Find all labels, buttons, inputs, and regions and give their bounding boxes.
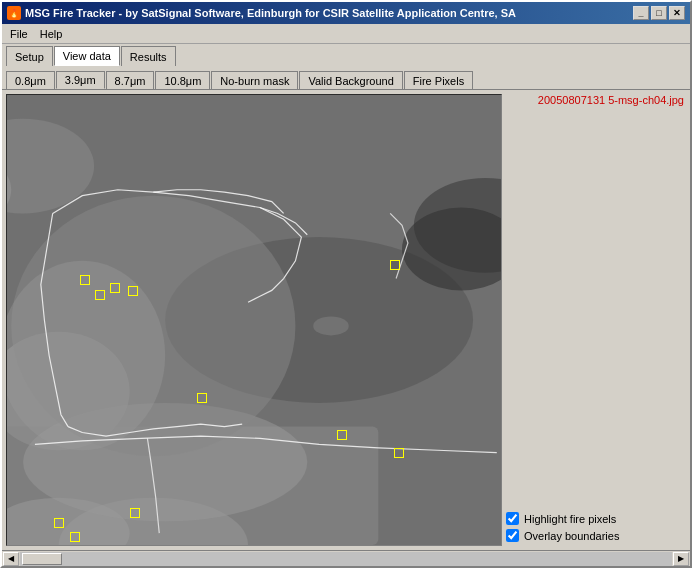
overlay-boundaries-label: Overlay boundaries <box>524 530 619 542</box>
menu-bar: File Help <box>2 24 690 44</box>
fire-marker-4 <box>128 286 138 296</box>
map-area <box>6 94 502 546</box>
scroll-track[interactable] <box>20 552 672 566</box>
fire-marker-6 <box>337 430 347 440</box>
tab-setup[interactable]: Setup <box>6 46 53 66</box>
subtab-valid-background[interactable]: Valid Background <box>299 71 402 89</box>
highlight-fire-checkbox[interactable] <box>506 512 519 525</box>
fire-marker-10 <box>130 508 140 518</box>
fire-marker-7 <box>394 448 404 458</box>
svg-point-11 <box>313 316 349 335</box>
side-panel: 20050807131 5-msg-ch04.jpg Highlight fir… <box>506 94 686 546</box>
window-title: MSG Fire Tracker - by SatSignal Software… <box>25 7 516 19</box>
fire-marker-1 <box>80 275 90 285</box>
fire-marker-2 <box>95 290 105 300</box>
close-button[interactable]: ✕ <box>669 6 685 20</box>
fire-marker-9 <box>70 532 80 542</box>
highlight-fire-label: Highlight fire pixels <box>524 513 616 525</box>
subtab-8-7um[interactable]: 8.7μm <box>106 71 155 89</box>
sub-tabs: 0.8μm 3.9μm 8.7μm 10.8μm No-burn mask Va… <box>2 68 690 90</box>
fire-marker-3 <box>110 283 120 293</box>
tab-view-data[interactable]: View data <box>54 46 120 66</box>
subtab-no-burn-mask[interactable]: No-burn mask <box>211 71 298 89</box>
subtab-10-8um[interactable]: 10.8μm <box>155 71 210 89</box>
overlay-boundaries-checkbox[interactable] <box>506 529 519 542</box>
title-bar-left: 🔥 MSG Fire Tracker - by SatSignal Softwa… <box>7 6 516 20</box>
menu-help[interactable]: Help <box>34 27 69 41</box>
main-content: 20050807131 5-msg-ch04.jpg Highlight fir… <box>2 90 690 550</box>
subtab-0-8um[interactable]: 0.8μm <box>6 71 55 89</box>
tab-results[interactable]: Results <box>121 46 176 66</box>
overlay-boundaries-row: Overlay boundaries <box>506 529 686 542</box>
title-controls: _ □ ✕ <box>633 6 685 20</box>
scroll-right-button[interactable]: ▶ <box>673 552 689 566</box>
main-window: 🔥 MSG Fire Tracker - by SatSignal Softwa… <box>0 0 692 568</box>
scroll-left-button[interactable]: ◀ <box>3 552 19 566</box>
scroll-thumb[interactable] <box>22 553 62 565</box>
minimize-button[interactable]: _ <box>633 6 649 20</box>
highlight-fire-row: Highlight fire pixels <box>506 512 686 525</box>
fire-marker-8 <box>54 518 64 528</box>
fire-marker-5 <box>197 393 207 403</box>
image-filename: 20050807131 5-msg-ch04.jpg <box>506 94 686 106</box>
svg-point-13 <box>7 261 165 450</box>
map-svg <box>7 95 501 545</box>
main-toolbar: Setup View data Results <box>2 44 690 68</box>
fire-marker-13 <box>390 260 400 270</box>
subtab-3-9um[interactable]: 3.9μm <box>56 71 105 89</box>
app-icon: 🔥 <box>7 6 21 20</box>
subtab-fire-pixels[interactable]: Fire Pixels <box>404 71 473 89</box>
maximize-button[interactable]: □ <box>651 6 667 20</box>
title-bar: 🔥 MSG Fire Tracker - by SatSignal Softwa… <box>2 2 690 24</box>
horizontal-scrollbar: ◀ ▶ <box>2 550 690 566</box>
menu-file[interactable]: File <box>4 27 34 41</box>
